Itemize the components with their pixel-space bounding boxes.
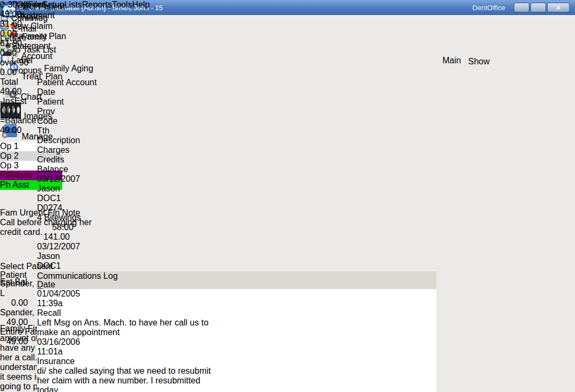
select-patient-box: Select Patient PatientEst Bal Spander, J…: [0, 262, 98, 324]
menu-item-help[interactable]: Help: [132, 0, 150, 9]
minimize-button[interactable]: [514, 3, 529, 12]
close-button[interactable]: ✕: [547, 3, 570, 12]
menu-item-lists[interactable]: Lists: [64, 0, 82, 9]
aging-col-31-60: 31-60 0.00: [0, 19, 31, 39]
maximize-button[interactable]: [530, 3, 546, 12]
brand-label: DentOffice: [472, 4, 505, 12]
aging-col-0-30: 0-30 49.00: [0, 0, 31, 19]
menu-item-reports[interactable]: Reports: [82, 0, 112, 9]
menu-item-tools[interactable]: Tools: [112, 0, 132, 9]
app-window: ✚ Demo Database {Admin} - Smith, John - …: [0, 0, 575, 392]
close-icon: ✕: [556, 4, 562, 12]
